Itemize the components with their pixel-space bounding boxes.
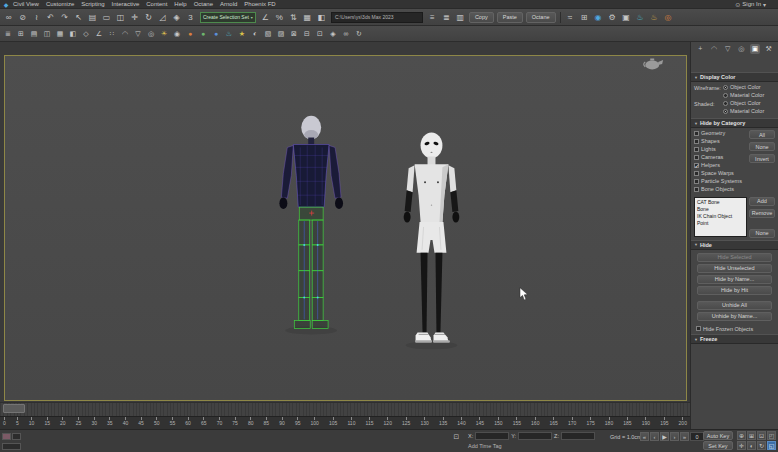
checkbox[interactable] bbox=[694, 139, 699, 144]
hide-button[interactable]: Hide Unselected bbox=[697, 264, 772, 273]
align-extra-icon[interactable]: ◫ bbox=[41, 28, 53, 40]
edit-named-selection-sets-icon[interactable]: ▦ bbox=[301, 11, 314, 24]
unlink-selection-icon[interactable]: ⊘ bbox=[16, 11, 29, 24]
radio-option[interactable]: Material Color bbox=[723, 108, 764, 114]
select-and-rotate-icon[interactable]: ↻ bbox=[142, 11, 155, 24]
command-panel-tab[interactable]: ⚒ bbox=[763, 44, 774, 54]
spinner-snap-icon[interactable]: ⇅ bbox=[287, 11, 300, 24]
time-slider-handle[interactable] bbox=[3, 404, 25, 413]
category-row[interactable]: Cameras bbox=[694, 154, 747, 161]
layer-list-icon[interactable]: ▤ bbox=[28, 28, 40, 40]
radio-button[interactable] bbox=[723, 101, 728, 106]
project-path-field[interactable]: C:\Users\ys\3ds Max 2023 bbox=[331, 12, 423, 23]
scene-explorer-icon[interactable]: ▥ bbox=[454, 11, 467, 24]
unwrap-tool-icon[interactable]: ▨ bbox=[275, 28, 287, 40]
angle-snap-icon[interactable]: ∠ bbox=[259, 11, 272, 24]
select-and-link-icon[interactable]: ∞ bbox=[2, 11, 15, 24]
current-frame-field[interactable]: 0 bbox=[690, 432, 704, 441]
command-panel-tab[interactable]: + bbox=[695, 44, 706, 54]
sign-in-button[interactable]: ⊙ Sign In ▾ bbox=[735, 1, 766, 8]
material-override-icon[interactable]: ◐ bbox=[249, 28, 261, 40]
octane-node-icon[interactable]: ● bbox=[184, 28, 196, 40]
set-key-button[interactable]: Set Key bbox=[703, 441, 733, 450]
timeline-ruler[interactable]: 0 5 10 15 20 25 bbox=[0, 416, 690, 429]
viewport-nav-button[interactable]: ⊡ bbox=[757, 431, 766, 440]
command-panel-tab[interactable]: ◎ bbox=[736, 44, 747, 54]
list-side-button[interactable]: None bbox=[749, 229, 775, 238]
layer-explorer-icon[interactable]: ≣ bbox=[440, 11, 453, 24]
menu-item[interactable]: Interactive bbox=[109, 0, 143, 9]
rotate-extra-icon[interactable]: ↻ bbox=[353, 28, 365, 40]
render-iterative-icon[interactable]: ♨ bbox=[648, 11, 661, 24]
measure-icon[interactable]: ∠ bbox=[93, 28, 105, 40]
menu-item[interactable]: Customize bbox=[43, 0, 77, 9]
render-production-icon[interactable]: ♨ bbox=[634, 11, 647, 24]
unhide-button[interactable]: Unhide All bbox=[697, 301, 772, 310]
skinned-character[interactable] bbox=[404, 133, 460, 343]
uvw-tool-icon[interactable]: ▧ bbox=[262, 28, 274, 40]
bone-tools-icon[interactable]: ◠ bbox=[119, 28, 131, 40]
window-crossing-toggle-icon[interactable]: ◫ bbox=[114, 11, 127, 24]
category-row[interactable]: Space Warps bbox=[694, 170, 747, 177]
category-row[interactable]: Geometry bbox=[694, 130, 747, 137]
rectangular-selection-region-icon[interactable]: ▭ bbox=[100, 11, 113, 24]
select-and-move-icon[interactable]: ✛ bbox=[128, 11, 141, 24]
curve-editor-icon[interactable]: ≈ bbox=[564, 11, 577, 24]
select-object-icon[interactable]: ↖ bbox=[72, 11, 85, 24]
menu-item[interactable]: Phoenix FD bbox=[241, 0, 278, 9]
material-editor-icon[interactable]: ◉ bbox=[592, 11, 605, 24]
checkbox[interactable] bbox=[694, 147, 699, 152]
checkbox[interactable] bbox=[694, 131, 699, 136]
link-extra-icon[interactable]: ∞ bbox=[340, 28, 352, 40]
list-side-button[interactable]: Remove bbox=[749, 209, 775, 218]
maxscript-mini-listener-icon[interactable] bbox=[2, 433, 11, 440]
command-panel-tab[interactable]: ◠ bbox=[709, 44, 720, 54]
named-selection-set-combo[interactable]: Create Selection Set ▾ bbox=[200, 12, 256, 23]
favorites-icon[interactable]: ★ bbox=[236, 28, 248, 40]
viewport-nav-button[interactable]: ↻ bbox=[757, 441, 766, 450]
z-field[interactable] bbox=[561, 432, 595, 440]
transport-button[interactable]: › bbox=[670, 432, 679, 441]
app-logo-icon[interactable]: ◆ bbox=[2, 1, 10, 8]
select-and-scale-icon[interactable]: ◿ bbox=[156, 11, 169, 24]
rollout-hide[interactable]: ▼ Hide bbox=[691, 240, 778, 250]
menu-item[interactable]: Scripting bbox=[78, 0, 107, 9]
constraint-icon[interactable]: ◎ bbox=[145, 28, 157, 40]
mirror-extra-icon[interactable]: ◧ bbox=[67, 28, 79, 40]
schematic-view-icon[interactable]: ⊞ bbox=[578, 11, 591, 24]
manipulate-extra-icon[interactable]: ◈ bbox=[327, 28, 339, 40]
maxscript-listener-icon[interactable] bbox=[12, 433, 21, 440]
camera-tool-icon[interactable]: ◉ bbox=[171, 28, 183, 40]
checkbox[interactable] bbox=[694, 171, 699, 176]
teapot-icon[interactable] bbox=[644, 58, 663, 69]
phoenix-node-icon[interactable]: ● bbox=[210, 28, 222, 40]
auto-key-button[interactable]: Auto Key bbox=[703, 431, 733, 440]
category-listbox[interactable]: CAT BoneBoneIK Chain ObjectPoint bbox=[694, 197, 747, 237]
transport-button[interactable]: « bbox=[640, 432, 649, 441]
viewport-nav-button[interactable]: ◱ bbox=[767, 441, 776, 450]
x-field[interactable] bbox=[475, 432, 509, 440]
category-row[interactable]: Bone Objects bbox=[694, 186, 747, 193]
command-panel-tab[interactable]: ▣ bbox=[750, 44, 761, 54]
ik-solver-icon[interactable]: ▽ bbox=[132, 28, 144, 40]
rollout-hide-by-category[interactable]: ▼ Hide by Category bbox=[691, 118, 778, 128]
radio-button[interactable] bbox=[723, 93, 728, 98]
checkbox[interactable] bbox=[694, 163, 699, 168]
menu-item[interactable]: Civil View bbox=[10, 0, 42, 9]
explode-tool-icon[interactable]: ⊡ bbox=[314, 28, 326, 40]
render-setup-icon[interactable]: ⚙ bbox=[606, 11, 619, 24]
viewport-nav-button[interactable]: ◰ bbox=[767, 431, 776, 440]
perspective-viewport[interactable] bbox=[4, 55, 687, 401]
category-row[interactable]: Particle Systems bbox=[694, 178, 747, 185]
time-slider-track[interactable] bbox=[0, 402, 690, 416]
menu-item[interactable]: Octane bbox=[191, 0, 216, 9]
delete-tool-icon[interactable]: ⊠ bbox=[288, 28, 300, 40]
new-layer-icon[interactable]: ⊞ bbox=[15, 28, 27, 40]
rendered-frame-window-icon[interactable]: ▣ bbox=[620, 11, 633, 24]
selection-lock-toggle-icon[interactable]: ⊡ bbox=[452, 432, 461, 441]
command-panel-tab[interactable]: ▽ bbox=[722, 44, 733, 54]
array-tool-icon[interactable]: ▦ bbox=[54, 28, 66, 40]
redo-icon[interactable]: ↷ bbox=[58, 11, 71, 24]
hide-frozen-option[interactable]: Hide Frozen Objects bbox=[696, 326, 773, 333]
transport-button[interactable]: ‹ bbox=[650, 432, 659, 441]
